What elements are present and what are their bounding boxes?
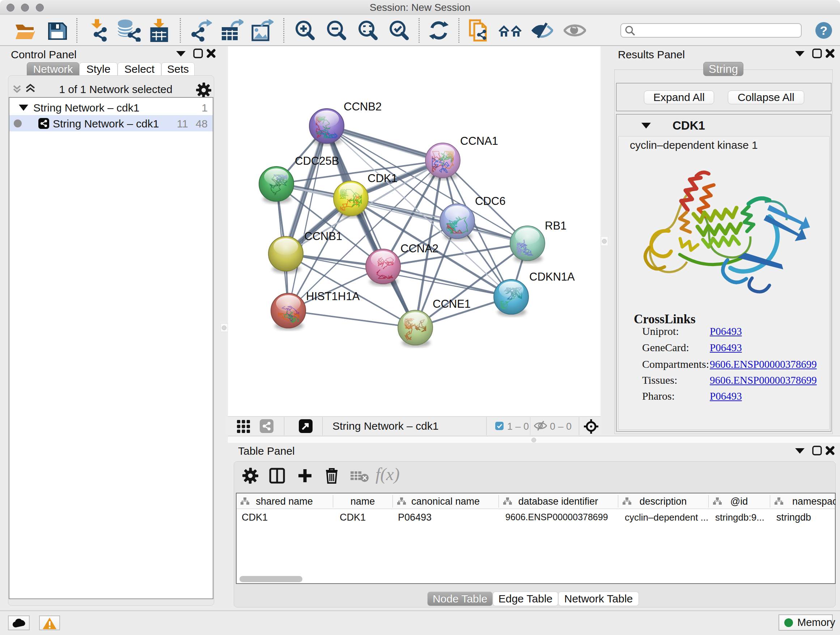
svg-text:RB1: RB1 xyxy=(545,219,567,232)
svg-text:CCNA1: CCNA1 xyxy=(460,135,498,147)
svg-text:CCNA2: CCNA2 xyxy=(401,242,439,255)
svg-text:CDKN1A: CDKN1A xyxy=(529,271,575,283)
svg-text:CCNE1: CCNE1 xyxy=(433,298,471,310)
svg-text:CDC25B: CDC25B xyxy=(295,155,339,167)
svg-text:CDC6: CDC6 xyxy=(475,195,505,207)
svg-text:CCNB1: CCNB1 xyxy=(304,230,342,242)
svg-text:HIST1H1A: HIST1H1A xyxy=(306,290,360,302)
svg-text:CDK1: CDK1 xyxy=(368,172,398,185)
svg-text:CCNB2: CCNB2 xyxy=(344,100,382,113)
